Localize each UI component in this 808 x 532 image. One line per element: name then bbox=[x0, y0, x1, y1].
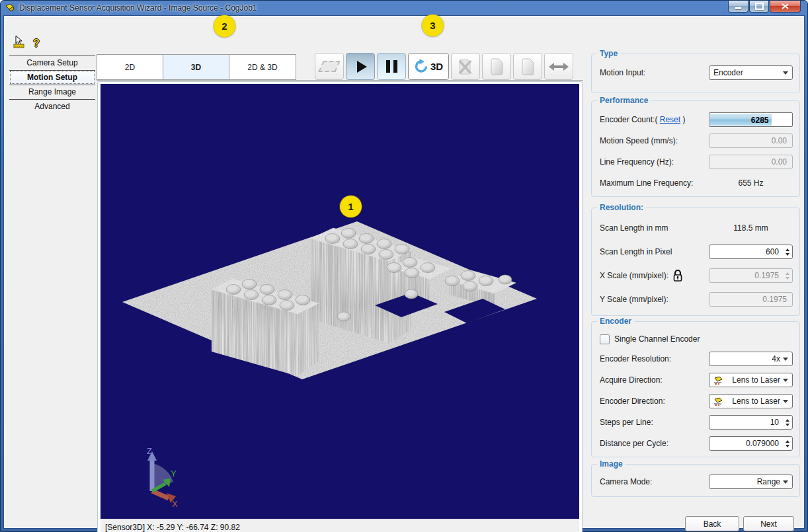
refresh-3d-button[interactable]: 3D bbox=[408, 53, 449, 80]
scan-length-pixel-label: Scan Length in Pixel bbox=[600, 247, 672, 256]
sidebar-item-motion-setup[interactable]: Motion Setup bbox=[9, 70, 95, 85]
axis-x-label: X bbox=[172, 499, 178, 508]
chevron-down-icon bbox=[783, 71, 788, 75]
refresh-3d-label: 3D bbox=[430, 61, 443, 72]
spin-down-icon[interactable] bbox=[786, 445, 789, 447]
encoder-count-label: Encoder Count:( Reset ) bbox=[600, 115, 685, 124]
next-button[interactable]: Next bbox=[743, 516, 794, 531]
save-image-button[interactable] bbox=[482, 53, 511, 80]
acquire-direction-label: Acquire Direction: bbox=[600, 375, 663, 385]
chevron-down-icon bbox=[783, 358, 788, 361]
lens-to-laser-icon bbox=[713, 376, 725, 385]
refresh-3d-icon bbox=[414, 59, 429, 74]
scan-length-mm-label: Scan Length in mm bbox=[600, 223, 668, 233]
titlebar: Displacement Sensor Acquisition Wizard -… bbox=[1, 1, 807, 15]
spin-down-icon[interactable] bbox=[786, 424, 789, 426]
encoder-resolution-value: 4x bbox=[713, 354, 783, 363]
max-line-frequency-label: Maximum Line Frequency: bbox=[600, 178, 693, 188]
page-icon bbox=[489, 58, 504, 75]
spinner-arrows[interactable] bbox=[782, 245, 792, 258]
discard-image-icon bbox=[457, 58, 474, 75]
encoder-count-field[interactable]: 6285 bbox=[709, 112, 793, 127]
page-icon bbox=[520, 58, 535, 75]
motion-input-dropdown[interactable]: Encoder bbox=[709, 65, 793, 80]
pointer-measure-tool-icon[interactable] bbox=[13, 36, 26, 51]
single-channel-encoder-label: Single Channel Encoder bbox=[614, 334, 700, 344]
3d-viewport[interactable]: Z Y X bbox=[101, 84, 579, 519]
axis-triad: Z Y X bbox=[132, 443, 185, 508]
image-group: Image Camera Mode: Range bbox=[591, 464, 800, 497]
distance-per-cycle-spinner[interactable]: 0.079000 bbox=[709, 436, 793, 451]
motion-speed-field: 0.00 bbox=[709, 133, 793, 148]
camera-mode-dropdown[interactable]: Range bbox=[709, 475, 793, 489]
spin-up-icon[interactable] bbox=[786, 440, 789, 443]
encoder-group-title: Encoder bbox=[597, 317, 634, 326]
type-group-title: Type bbox=[597, 49, 620, 58]
performance-group-title: Performance bbox=[597, 96, 651, 105]
lens-to-laser-icon bbox=[713, 397, 725, 406]
tab-2d[interactable]: 2D bbox=[97, 55, 163, 79]
encoder-count-fill: 6285 bbox=[710, 114, 772, 126]
load-image-button[interactable] bbox=[513, 53, 542, 80]
horizontal-arrow-icon bbox=[549, 62, 569, 71]
pause-button[interactable] bbox=[377, 53, 406, 80]
line-frequency-label: Line Frequency (Hz): bbox=[600, 157, 674, 167]
close-button[interactable] bbox=[770, 1, 801, 13]
encoder-direction-label: Encoder Direction: bbox=[600, 397, 665, 406]
scan-length-pixel-value: 600 bbox=[709, 245, 782, 258]
chevron-down-icon bbox=[783, 400, 788, 403]
scan-length-pixel-spinner[interactable]: 600 bbox=[709, 245, 793, 259]
axis-z-label: Z bbox=[147, 446, 152, 456]
encoder-direction-dropdown[interactable]: Lens to Laser bbox=[709, 394, 793, 408]
tab-3d[interactable]: 3D bbox=[163, 55, 229, 79]
help-icon[interactable]: ? bbox=[33, 38, 40, 50]
tab-2d-and-3d[interactable]: 2D & 3D bbox=[229, 55, 296, 79]
distance-per-cycle-label: Distance per Cycle: bbox=[600, 439, 668, 448]
lock-icon[interactable] bbox=[672, 269, 683, 282]
maximize-button[interactable] bbox=[749, 1, 769, 13]
chevron-down-icon bbox=[783, 379, 788, 382]
minimize-button[interactable] bbox=[728, 1, 748, 13]
app-icon bbox=[5, 3, 16, 13]
sidebar-item-range-image[interactable]: Range Image bbox=[9, 85, 95, 99]
line-frequency-field: 0.00 bbox=[709, 155, 793, 169]
sidebar-item-advanced[interactable]: Advanced bbox=[9, 99, 95, 114]
play-button[interactable] bbox=[346, 53, 375, 80]
discard-image-button[interactable] bbox=[451, 53, 480, 80]
play-icon bbox=[357, 61, 367, 73]
pan-horizontal-button[interactable] bbox=[544, 53, 573, 80]
spin-down-icon[interactable] bbox=[786, 253, 789, 256]
performance-group: Performance Encoder Count:( Reset ) 6285… bbox=[591, 100, 800, 197]
client-area: ? Camera Setup Motion Setup Range Image … bbox=[3, 15, 805, 529]
steps-per-line-value: 10 bbox=[709, 416, 782, 429]
steps-per-line-spinner[interactable]: 10 bbox=[709, 415, 793, 430]
encoder-resolution-dropdown[interactable]: 4x bbox=[709, 352, 793, 366]
motion-speed-label: Motion Speed (mm/s): bbox=[600, 136, 678, 145]
encoder-direction-value: Lens to Laser bbox=[725, 397, 783, 406]
callout-1: 1 bbox=[340, 196, 362, 217]
reset-link[interactable]: Reset bbox=[660, 115, 680, 124]
spinner-arrows[interactable] bbox=[782, 437, 792, 450]
maximize-icon bbox=[755, 3, 764, 10]
spinner-arrows[interactable] bbox=[782, 416, 792, 429]
single-channel-encoder-checkbox[interactable] bbox=[600, 334, 610, 344]
sidebar-item-camera-setup[interactable]: Camera Setup bbox=[9, 56, 95, 70]
window-title: Displacement Sensor Acquisition Wizard -… bbox=[19, 3, 257, 13]
close-icon bbox=[782, 3, 789, 9]
back-button[interactable]: Back bbox=[685, 516, 739, 531]
acquisition-toolbar: 3D bbox=[315, 53, 575, 80]
x-scale-value: 0.1975 bbox=[709, 269, 782, 282]
spin-up-icon[interactable] bbox=[786, 248, 789, 251]
y-scale-field: 0.1975 bbox=[709, 292, 793, 307]
acquire-direction-dropdown[interactable]: Lens to Laser bbox=[709, 373, 793, 387]
spin-up-icon[interactable] bbox=[786, 419, 789, 422]
axis-y-label: Y bbox=[171, 469, 177, 478]
roi-region-icon bbox=[318, 61, 341, 72]
encoder-resolution-label: Encoder Resolution: bbox=[600, 354, 671, 363]
image-group-title: Image bbox=[597, 459, 626, 469]
x-scale-spinner: 0.1975 bbox=[709, 268, 793, 283]
roi-region-button[interactable] bbox=[315, 53, 344, 80]
x-scale-label: X Scale (mm/pixel): bbox=[600, 271, 668, 280]
motion-input-label: Motion Input: bbox=[600, 68, 645, 77]
wizard-step-nav: Camera Setup Motion Setup Range Image Ad… bbox=[9, 56, 95, 114]
